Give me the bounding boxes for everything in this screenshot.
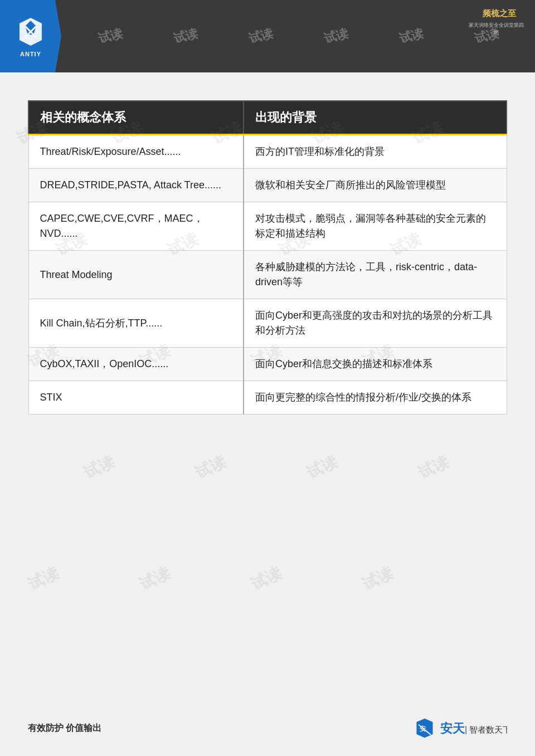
table-header-row: 相关的概念体系 出现的背景 <box>28 101 507 135</box>
table-row: CybOX,TAXII，OpenIOC......面向Cyber和信息交换的描述… <box>28 348 507 381</box>
table-cell-right-6: 面向更完整的综合性的情报分析/作业/交换的体系 <box>244 381 507 414</box>
brand-icon: 频梳之至 <box>474 6 518 21</box>
table-row: Threat/Risk/Exposure/Asset......西方的IT管理和… <box>28 135 507 169</box>
watermark-1: 试读 <box>96 25 124 47</box>
svg-text:安天: 安天 <box>440 721 465 735</box>
watermark-3: 试读 <box>246 25 274 47</box>
pw-16: 试读 <box>304 451 341 484</box>
table-cell-left-0: Threat/Risk/Exposure/Asset...... <box>28 135 244 169</box>
logo-box: ANTIY <box>0 0 61 72</box>
watermark-4: 试读 <box>322 25 349 47</box>
footer: 有效防护 价值输出 安 安天 | 智者数天下 <box>0 717 535 739</box>
footer-logo: 安 安天 | 智者数天下 <box>414 717 507 739</box>
pw-17: 试读 <box>415 451 453 484</box>
pw-15: 试读 <box>192 451 230 484</box>
table-row: CAPEC,CWE,CVE,CVRF，MAEC，NVD......对攻击模式，脆… <box>28 202 507 251</box>
pw-21: 试读 <box>359 563 397 595</box>
col1-header: 相关的概念体系 <box>28 101 244 135</box>
table-row: Kill Chain,钻石分析,TTP......面向Cyber和更高强度的攻击… <box>28 299 507 348</box>
pw-14: 试读 <box>81 451 118 484</box>
pw-19: 试读 <box>137 563 174 595</box>
svg-text:频梳之至: 频梳之至 <box>482 8 517 18</box>
pw-18: 试读 <box>25 563 62 595</box>
table-cell-left-5: CybOX,TAXII，OpenIOC...... <box>28 348 244 381</box>
table-cell-right-2: 对攻击模式，脆弱点，漏洞等各种基础的安全元素的标定和描述结构 <box>244 202 507 251</box>
header-watermarks: 试读 试读 试读 试读 试读 试读 <box>61 28 535 45</box>
watermark-5: 试读 <box>397 25 425 47</box>
table-cell-left-4: Kill Chain,钻石分析,TTP...... <box>28 299 244 348</box>
table-cell-left-3: Threat Modeling <box>28 251 244 299</box>
logo-text: ANTIY <box>20 51 41 57</box>
footer-right: 安 安天 | 智者数天下 <box>414 717 507 739</box>
svg-text:|: | <box>465 725 467 734</box>
footer-brand-text: 安天 | 智者数天下 <box>440 717 507 739</box>
header-brand: 频梳之至 家天润络安全全训堂第四期 <box>468 6 524 36</box>
antiy-logo-icon <box>14 15 47 48</box>
svg-text:智者数天下: 智者数天下 <box>469 725 507 734</box>
table-cell-right-4: 面向Cyber和更高强度的攻击和对抗的场景的分析工具和分析方法 <box>244 299 507 348</box>
table-cell-left-6: STIX <box>28 381 244 414</box>
watermark-2: 试读 <box>171 25 199 47</box>
table-cell-right-5: 面向Cyber和信息交换的描述和标准体系 <box>244 348 507 381</box>
table-cell-left-2: CAPEC,CWE,CVE,CVRF，MAEC，NVD...... <box>28 202 244 251</box>
main-content: 相关的概念体系 出现的背景 Threat/Risk/Exposure/Asset… <box>0 72 535 437</box>
table-row: Threat Modeling各种威胁建模的方法论，工具，risk-centri… <box>28 251 507 299</box>
pw-20: 试读 <box>248 563 285 595</box>
footer-left-text: 有效防护 价值输出 <box>28 723 101 734</box>
brand-subtitle: 家天润络安全全训堂第四期 <box>468 22 524 36</box>
table-cell-left-1: DREAD,STRIDE,PASTA, Attack Tree...... <box>28 169 244 202</box>
table-row: STIX面向更完整的综合性的情报分析/作业/交换的体系 <box>28 381 507 414</box>
table-cell-right-1: 微软和相关安全厂商所推出的风险管理模型 <box>244 169 507 202</box>
header: ANTIY 试读 试读 试读 试读 试读 试读 频梳之至 家天润络安全全训堂第四… <box>0 0 535 72</box>
concept-table: 相关的概念体系 出现的背景 Threat/Risk/Exposure/Asset… <box>28 100 507 414</box>
col2-header: 出现的背景 <box>244 101 507 135</box>
footer-logo-icon: 安 <box>414 717 436 739</box>
table-cell-right-3: 各种威胁建模的方法论，工具，risk-centric，data-driven等等 <box>244 251 507 299</box>
table-cell-right-0: 西方的IT管理和标准化的背景 <box>244 135 507 169</box>
table-row: DREAD,STRIDE,PASTA, Attack Tree......微软和… <box>28 169 507 202</box>
